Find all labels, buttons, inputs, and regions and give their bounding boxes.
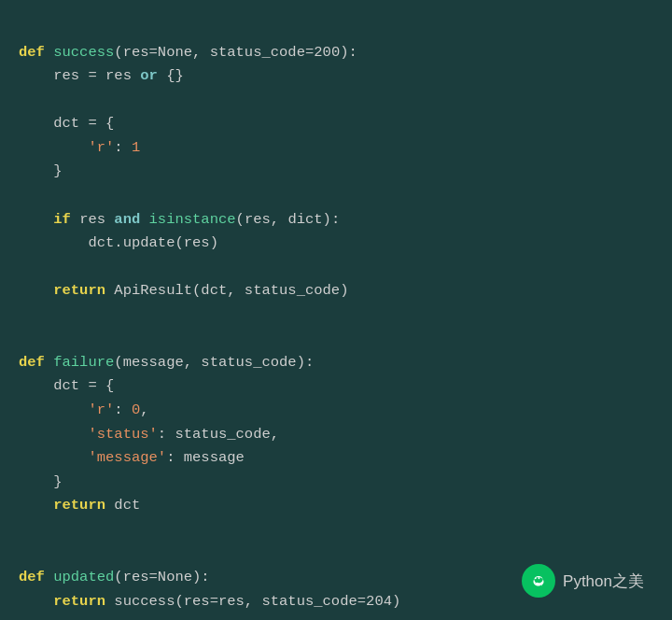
code-block: def success(res=None, status_code=200): … — [19, 17, 653, 620]
wechat-icon — [522, 564, 555, 598]
code-container: def success(res=None, status_code=200): … — [0, 0, 672, 620]
watermark: Python之美 — [522, 564, 644, 598]
watermark-text: Python之美 — [563, 571, 644, 592]
